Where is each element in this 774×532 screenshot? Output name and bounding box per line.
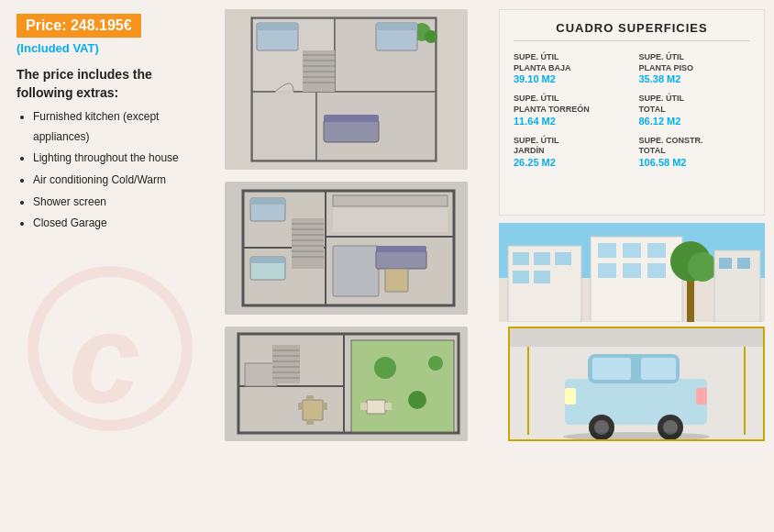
garage-panel	[508, 327, 765, 441]
svg-rect-50	[306, 395, 314, 401]
svg-rect-38	[376, 250, 426, 269]
svg-rect-46	[245, 363, 277, 386]
floor-plan-mid	[225, 182, 468, 315]
svg-point-60	[374, 357, 396, 379]
extra-item-3: Air conditioning Cold/Warm	[33, 171, 204, 191]
svg-rect-48	[298, 403, 304, 410]
svg-rect-26	[250, 198, 285, 205]
svg-rect-64	[360, 403, 367, 410]
cuadro-value-4: 86.12 M2	[639, 116, 751, 127]
floor-plan-top-svg	[225, 9, 468, 170]
svg-rect-75	[598, 243, 616, 258]
svg-rect-78	[598, 263, 616, 278]
cuadro-value-6: 106.58 M2	[639, 157, 751, 168]
price-includes-title: The price includes the following extras:	[17, 66, 204, 102]
cuadro-panel: CUADRO SUPERFICIES SUPE. ÚTILPLANTA BAJA…	[499, 9, 765, 216]
svg-point-62	[428, 356, 443, 371]
cuadro-label-2: SUPE. ÚTILPLANTA PISO	[639, 52, 751, 73]
svg-rect-47	[303, 400, 323, 420]
cuadro-value-5: 26.25 M2	[514, 157, 625, 168]
svg-rect-42	[385, 269, 408, 292]
svg-rect-76	[623, 243, 641, 258]
cuadro-item-2: SUPE. ÚTILPLANTA PISO 35.38 M2	[639, 52, 751, 84]
cuadro-grid: SUPE. ÚTILPLANTA BAJA 39.10 M2 SUPE. ÚTI…	[514, 52, 750, 168]
svg-rect-93	[641, 358, 676, 380]
cuadro-value-3: 11.64 M2	[514, 116, 625, 127]
svg-rect-65	[385, 403, 392, 410]
vat-text: (Included VAT)	[17, 41, 204, 55]
cuadro-label-4: SUPE. ÚTILTOTAL	[639, 94, 751, 115]
extras-list: Furnished kitchen (except appliances) Li…	[17, 107, 204, 234]
price-badge: Price: 248.195€	[17, 14, 141, 38]
svg-point-61	[408, 391, 426, 409]
svg-rect-59	[351, 340, 454, 432]
cuadro-title: CUADRO SUPERFICIES	[514, 21, 750, 41]
svg-rect-99	[696, 388, 707, 405]
floor-plan-bot	[225, 327, 468, 441]
cuadro-label-6: SUPE. CONSTR.TOTAL	[639, 136, 751, 157]
svg-point-83	[688, 252, 717, 282]
svg-rect-51	[306, 419, 314, 425]
svg-rect-39	[376, 246, 426, 252]
svg-rect-98	[565, 388, 576, 405]
svg-rect-37	[333, 246, 379, 296]
svg-rect-3	[252, 92, 316, 161]
svg-rect-79	[623, 263, 641, 278]
svg-rect-18	[376, 23, 417, 30]
svg-rect-71	[555, 252, 571, 265]
floor-plan-area: CUADRO SUPERFICIES SUPE. ÚTILPLANTA BAJA…	[225, 9, 765, 523]
svg-rect-77	[647, 243, 666, 258]
svg-rect-92	[592, 358, 631, 380]
svg-rect-29	[292, 218, 324, 269]
cuadro-label-1: SUPE. ÚTILPLANTA BAJA	[514, 52, 625, 73]
cuadro-label-5: SUPE. ÚTILJARDÍN	[514, 136, 625, 157]
cuadro-item-4: SUPE. ÚTILTOTAL 86.12 M2	[639, 94, 751, 126]
building-photo-svg	[499, 223, 765, 322]
svg-rect-19	[324, 119, 379, 142]
svg-rect-16	[257, 23, 298, 30]
cuadro-item-1: SUPE. ÚTILPLANTA BAJA 39.10 M2	[514, 52, 625, 84]
building-photo	[499, 223, 765, 322]
floor-plan-bot-svg	[225, 327, 468, 441]
svg-rect-20	[324, 115, 379, 122]
svg-rect-101	[510, 328, 763, 347]
svg-rect-49	[322, 403, 327, 410]
svg-rect-90	[565, 379, 707, 425]
svg-rect-73	[534, 271, 550, 283]
svg-rect-72	[513, 271, 529, 283]
svg-rect-28	[250, 257, 285, 263]
cuadro-item-3: SUPE. ÚTILPLANTA TORREÓN 11.64 M2	[514, 94, 625, 126]
svg-rect-80	[647, 263, 666, 278]
cuadro-label-3: SUPE. ÚTILPLANTA TORREÓN	[514, 94, 625, 115]
extra-item-5: Closed Garage	[33, 214, 204, 234]
svg-rect-70	[534, 252, 550, 265]
extra-item-1: Furnished kitchen (except appliances)	[33, 107, 204, 147]
svg-rect-63	[367, 400, 385, 414]
extra-item-4: Shower screen	[33, 193, 204, 213]
svg-rect-69	[513, 252, 529, 265]
cuadro-item-6: SUPE. CONSTR.TOTAL 106.58 M2	[639, 136, 751, 168]
cuadro-value-1: 39.10 M2	[514, 73, 625, 84]
svg-point-13	[425, 30, 437, 43]
garage-svg	[510, 328, 763, 439]
floor-plan-top	[225, 9, 468, 170]
cuadro-item-5: SUPE. ÚTILJARDÍN 26.25 M2	[514, 136, 625, 168]
floor-plan-mid-svg	[225, 182, 468, 315]
left-panel: Price: 248.195€ (Included VAT) The price…	[0, 0, 220, 532]
svg-rect-85	[719, 258, 732, 269]
cuadro-value-2: 35.38 M2	[639, 73, 751, 84]
svg-rect-86	[737, 258, 750, 269]
svg-rect-41	[333, 195, 448, 206]
extra-item-2: Lighting throughout the house	[33, 149, 204, 169]
